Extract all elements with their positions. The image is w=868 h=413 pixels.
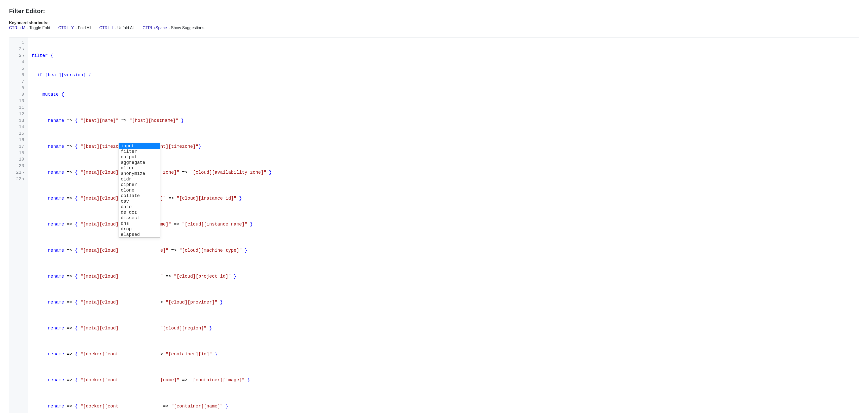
code-editor[interactable]: 1 2▼ 3▼ 4 5 6 7 8 9 10 11 12 13 14 15 16… <box>9 37 859 413</box>
suggestion-item[interactable]: input <box>119 143 160 149</box>
shortcut-desc-unfold-all: - Unfold All <box>115 26 134 30</box>
shortcut-key-unfold-all: CTRL+I <box>99 26 114 30</box>
fold-icon[interactable]: ▼ <box>22 170 24 176</box>
suggestion-item[interactable]: elapsed <box>119 232 160 237</box>
shortcut-key-toggle-fold: CTRL+M <box>9 26 25 30</box>
line-number-gutter: 1 2▼ 3▼ 4 5 6 7 8 9 10 11 12 13 14 15 16… <box>9 37 28 413</box>
suggestion-item[interactable]: dns <box>119 221 160 226</box>
shortcuts-label: Keyboard shortcuts: <box>9 21 859 25</box>
suggestion-item[interactable]: collate <box>119 193 160 198</box>
suggestion-item[interactable]: alter <box>119 165 160 171</box>
shortcut-desc-toggle-fold: - Toggle Fold <box>27 26 50 30</box>
shortcut-key-fold-all: CTRL+Y <box>58 26 74 30</box>
shortcut-desc-suggestions: - Show Suggestions <box>168 26 204 30</box>
suggestion-item[interactable]: csv <box>119 198 160 204</box>
fold-icon[interactable]: ▼ <box>22 46 24 53</box>
code-area[interactable]: filter { if [beat][version] { mutate { r… <box>28 37 859 413</box>
suggestion-item[interactable]: cipher <box>119 182 160 188</box>
fold-icon[interactable]: ▼ <box>22 176 24 183</box>
suggestion-item[interactable]: output <box>119 154 160 160</box>
suggestion-item[interactable]: date <box>119 204 160 210</box>
suggestion-item[interactable]: clone <box>119 188 160 193</box>
suggestion-item[interactable]: dissect <box>119 215 160 221</box>
page-title: Filter Editor: <box>9 7 859 14</box>
shortcut-key-suggestions: CTRL+Space <box>143 26 167 30</box>
suggestion-item[interactable]: drop <box>119 226 160 232</box>
fold-icon[interactable]: ▼ <box>22 53 24 59</box>
suggestion-item[interactable]: aggregate <box>119 160 160 165</box>
suggestion-item[interactable]: filter <box>119 149 160 154</box>
suggestion-item[interactable]: cidr <box>119 177 160 182</box>
suggestion-item[interactable]: anonymize <box>119 171 160 177</box>
shortcuts-row: CTRL+M - Toggle Fold CTRL+Y - Fold All C… <box>9 26 859 30</box>
shortcut-desc-fold-all: - Fold All <box>75 26 91 30</box>
suggestion-popup[interactable]: inputfilteroutputaggregatealteranonymize… <box>119 143 160 237</box>
suggestion-item[interactable]: de_dot <box>119 210 160 215</box>
